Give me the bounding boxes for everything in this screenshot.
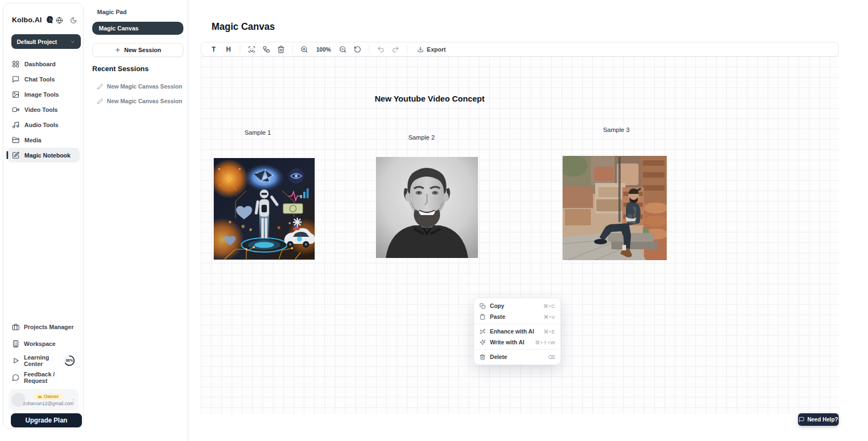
- sidebar-item-label: Chat Tools: [24, 76, 55, 83]
- owner-badge-label: Owner: [43, 394, 59, 399]
- sidebar-item-feedback[interactable]: Feedback / Request: [8, 369, 80, 385]
- context-menu-shortcut: ⌘+C: [544, 303, 555, 309]
- building-icon: [12, 340, 20, 348]
- briefcase-icon: [12, 323, 20, 331]
- message-circle-icon: [12, 374, 20, 381]
- sidebar-item-learning-center[interactable]: Learning Center 66%: [8, 352, 80, 368]
- new-session-button[interactable]: New Session: [92, 43, 183, 57]
- toolbar-divider: [292, 45, 293, 53]
- download-icon: [417, 46, 424, 53]
- user-email: zoharvan12@gmail.com: [23, 401, 74, 406]
- sidebar-item-video-tools[interactable]: Video Tools: [8, 102, 80, 117]
- context-menu-label: Paste: [490, 313, 539, 320]
- canvas-toolbar: T H 100% Export: [201, 42, 839, 56]
- magic-canvas-tab[interactable]: Magic Canvas: [92, 22, 183, 35]
- session-item-label: New Magic Canvas Session: [107, 98, 182, 104]
- need-help-button[interactable]: Need Help?: [798, 413, 839, 426]
- session-list-item[interactable]: New Magic Canvas Session: [97, 82, 184, 91]
- session-list-item[interactable]: New Magic Canvas Session: [97, 97, 184, 105]
- magic-canvas-tab-label: Magic Canvas: [99, 25, 138, 32]
- context-menu-item-delete[interactable]: Delete ⌫: [474, 351, 560, 362]
- delete-tool-button[interactable]: [275, 43, 287, 55]
- logo-text: Kolbo.AI: [12, 16, 42, 24]
- play-icon: [12, 357, 20, 364]
- context-menu-shortcut: ⌫: [548, 354, 555, 360]
- context-menu-item-enhance-with-ai[interactable]: Enhance with AI ⌘+E: [474, 326, 560, 337]
- redo-button[interactable]: [390, 43, 401, 55]
- text-tool-button[interactable]: T: [208, 43, 220, 55]
- sample-3-image-man-on-ruins[interactable]: [563, 156, 667, 260]
- music-note-icon: [12, 121, 20, 129]
- app-window: Kolbo.AI Default Project Dashboard Chat …: [0, 0, 868, 441]
- context-menu-shortcut: ⌘+⇧+W: [535, 339, 555, 345]
- sidebar-item-label: Dashboard: [24, 61, 55, 67]
- undo-button[interactable]: [375, 43, 387, 55]
- image-icon: [12, 91, 20, 98]
- scan-face-tool-button[interactable]: [246, 43, 258, 55]
- sidebar-item-label: Image Tools: [24, 91, 59, 98]
- sidebar: Kolbo.AI Default Project Dashboard Chat …: [3, 3, 84, 429]
- context-menu-shortcut: ⌘+V: [544, 314, 555, 320]
- toolbar-divider: [369, 45, 369, 53]
- user-account-chip[interactable]: Owner zoharvan12@gmail.com: [9, 389, 79, 411]
- chevrons-up-down-icon: [71, 395, 75, 405]
- context-menu-divider: [474, 349, 560, 350]
- sample-2-image-bw-portrait[interactable]: [376, 157, 478, 258]
- sidebar-item-label: Feedback / Request: [24, 371, 75, 384]
- context-menu-item-copy[interactable]: Copy ⌘+C: [474, 300, 560, 311]
- learning-progress-value: 66%: [63, 355, 75, 367]
- sidebar-item-label: Learning Center: [24, 354, 58, 367]
- toolbar-divider: [240, 45, 240, 53]
- context-menu-divider: [474, 324, 560, 324]
- clipboard-icon: [480, 314, 486, 320]
- context-menu-label: Enhance with AI: [490, 328, 539, 335]
- context-menu-item-write-with-ai[interactable]: Write with AI ⌘+⇧+W: [474, 337, 560, 348]
- video-camera-icon: [12, 106, 20, 114]
- context-menu-shortcut: ⌘+E: [544, 329, 555, 335]
- sidebar-item-workspace[interactable]: Workspace: [8, 336, 80, 351]
- sparkles-icon: [480, 339, 486, 345]
- upgrade-plan-label: Upgrade Plan: [25, 417, 67, 424]
- page-title: Magic Canvas: [212, 21, 275, 33]
- heading-tool-button[interactable]: H: [222, 43, 234, 55]
- project-selector[interactable]: Default Project: [11, 34, 81, 49]
- sample-1-label[interactable]: Sample 1: [231, 129, 285, 136]
- zoom-in-button[interactable]: [298, 43, 310, 55]
- dark-mode-moon-icon[interactable]: [70, 17, 77, 24]
- sidebar-item-dashboard[interactable]: Dashboard: [8, 56, 80, 71]
- context-menu-label: Write with AI: [490, 339, 531, 345]
- sample-1-image-ai-robot-collage[interactable]: [214, 158, 315, 260]
- ai-head-logo-icon: [46, 15, 55, 24]
- export-button[interactable]: Export: [413, 43, 450, 55]
- folder-icon: [12, 136, 20, 144]
- sidebar-item-audio-tools[interactable]: Audio Tools: [8, 117, 80, 132]
- sidebar-item-media[interactable]: Media: [8, 133, 80, 147]
- sidebar-item-label: Audio Tools: [24, 122, 59, 128]
- canvas-heading[interactable]: New Youtube Video Concept: [347, 94, 512, 103]
- magic-pad-link[interactable]: Magic Pad: [97, 9, 126, 15]
- workflow-tool-button[interactable]: [260, 43, 272, 55]
- new-session-label: New Session: [124, 47, 161, 53]
- context-menu-label: Copy: [490, 303, 539, 309]
- context-menu: Copy ⌘+C Paste ⌘+V Enhance with AI ⌘+E W…: [474, 298, 561, 365]
- sidebar-item-label: Workspace: [24, 341, 56, 347]
- upgrade-plan-button[interactable]: Upgrade Plan: [11, 413, 82, 427]
- sidebar-item-projects-manager[interactable]: Projects Manager: [8, 319, 80, 335]
- sample-2-label[interactable]: Sample 2: [394, 134, 449, 141]
- rotate-reset-button[interactable]: [352, 43, 363, 55]
- session-panel: Magic Pad Magic Canvas New Session Recen…: [84, 0, 188, 441]
- language-globe-icon[interactable]: [56, 17, 63, 24]
- sample-3-label[interactable]: Sample 3: [589, 127, 643, 133]
- sidebar-item-image-tools[interactable]: Image Tools: [8, 87, 80, 102]
- project-selector-label: Default Project: [17, 39, 57, 45]
- context-menu-label: Delete: [490, 354, 544, 360]
- context-menu-item-paste[interactable]: Paste ⌘+V: [474, 311, 560, 322]
- need-help-label: Need Help?: [807, 417, 838, 423]
- sidebar-item-magic-notebook[interactable]: Magic Notebook: [8, 148, 80, 162]
- plus-icon: [114, 47, 121, 53]
- dashboard-grid-icon: [12, 60, 20, 68]
- sidebar-item-label: Video Tools: [24, 106, 58, 113]
- logo: Kolbo.AI: [12, 14, 77, 25]
- sidebar-item-chat-tools[interactable]: Chat Tools: [8, 72, 80, 86]
- zoom-out-button[interactable]: [337, 43, 349, 55]
